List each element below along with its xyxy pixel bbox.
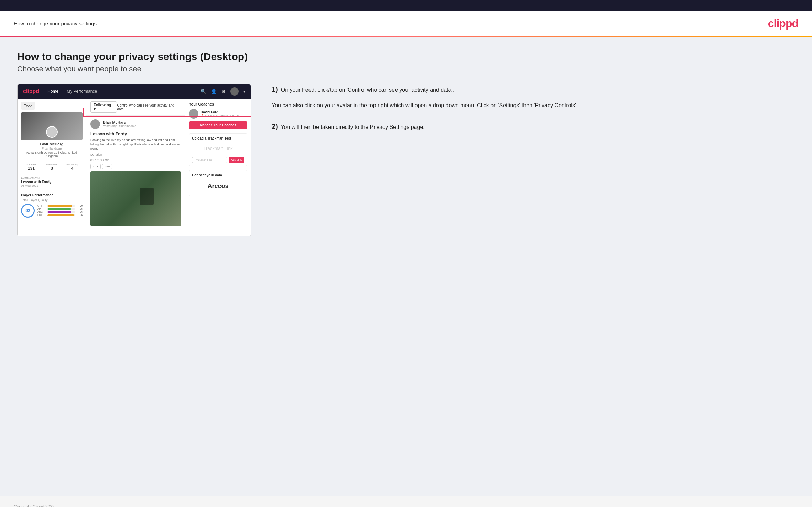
mock-nav-performance[interactable]: My Performance (67, 89, 97, 94)
mock-duration-label: Duration (90, 153, 181, 156)
mock-post-date: Yesterday · Sunningdale (103, 124, 136, 128)
latest-activity-title: Lesson with Fordy (21, 180, 83, 184)
mock-nav-home[interactable]: Home (47, 89, 58, 94)
trackman-title: Upload a Trackman Test (192, 136, 244, 140)
chevron-icon[interactable]: ▾ (243, 90, 245, 93)
quality-layout: 92 OTT 90 APP (21, 204, 83, 218)
trackman-input[interactable]: Trackman Link (192, 157, 227, 163)
mock-following-btn[interactable]: Following ▾ (90, 101, 117, 113)
bar-putt-track (47, 214, 75, 216)
followers-label: Followers (42, 163, 62, 166)
bar-putt: PUTT 96 (37, 214, 83, 216)
player-perf-title: Player Performance (21, 193, 83, 197)
search-icon[interactable]: 🔍 (200, 89, 206, 94)
activities-value: 131 (21, 166, 42, 171)
page-subtitle: Choose what you want people to see (17, 65, 795, 74)
mock-center-panel: Following ▾ Control who can see your act… (86, 99, 185, 236)
instruction-1-extra: You can also click on your avatar in the… (272, 101, 795, 110)
mock-stat-following: Following 4 (62, 163, 83, 171)
bar-arg: ARG 86 (37, 211, 83, 213)
mock-stat-followers: Followers 3 (42, 163, 62, 171)
trackman-placeholder: Trackman Link (192, 142, 244, 154)
mock-post-title: Lesson with Fordy (90, 132, 181, 136)
mock-tags: OTT APP (90, 164, 181, 169)
latest-activity-label: Latest Activity (21, 176, 83, 179)
bar-arg-val: 86 (76, 211, 83, 213)
bar-app-fill (47, 208, 71, 210)
footer: Copyright Clippd 2022 (0, 496, 812, 507)
instruction-1-number: 1) (272, 86, 278, 93)
bar-putt-label: PUTT (37, 214, 46, 216)
bar-putt-fill (47, 214, 74, 216)
activities-label: Activities (21, 163, 42, 166)
mock-avatar[interactable] (230, 87, 239, 96)
page-title: How to change your privacy settings (Des… (17, 51, 795, 63)
mock-tag-ott: OTT (90, 164, 101, 169)
mock-navbar: clippd Home My Performance 🔍 👤 ⊕ ▾ (18, 84, 251, 99)
following-value: 4 (62, 166, 83, 171)
bar-app-track (47, 208, 75, 210)
mock-right-panel: Your Coaches David Ford 📍 Royal North De… (185, 99, 251, 236)
coaches-section-title: Your Coaches (189, 102, 247, 106)
mock-post-author-info: Blair McHarg Yesterday · Sunningdale (103, 120, 136, 128)
mock-tag-app: APP (102, 164, 112, 169)
mock-connect-section: Connect your data Arccos (189, 170, 247, 196)
bar-ott: OTT 90 (37, 205, 83, 207)
coach-club: 📍 Royal North Devon Golf Club (201, 114, 240, 117)
arccos-brand: Arccos (192, 179, 244, 193)
mock-player-performance: Player Performance Total Player Quality … (21, 190, 83, 218)
mock-post: Blair McHarg Yesterday · Sunningdale Les… (86, 116, 185, 230)
instruction-1-body: On your Feed, click/tap on 'Control who … (281, 87, 454, 93)
top-bar (0, 0, 812, 11)
mock-post-avatar (90, 119, 100, 129)
bar-arg-label: ARG (37, 211, 46, 213)
quality-bars: OTT 90 APP (37, 205, 83, 217)
bar-ott-track (47, 205, 75, 207)
mock-profile-name: Blair McHarg (21, 142, 83, 146)
bar-arg-fill (47, 211, 71, 213)
coach-name: David Ford (201, 110, 240, 114)
mock-left-panel: Feed Blair McHarg Plus Handicap Royal No… (18, 99, 86, 236)
instruction-2: 2) You will then be taken directly to th… (272, 121, 795, 132)
mock-nav-right: 🔍 👤 ⊕ ▾ (200, 87, 245, 96)
bar-app-label: APP (37, 208, 46, 210)
mock-duration-value: 01 hr : 30 min (90, 158, 181, 162)
content-layout: clippd Home My Performance 🔍 👤 ⊕ ▾ Feed (17, 84, 795, 236)
mock-profile-club: Royal North Devon Golf Club, United King… (21, 151, 83, 158)
connect-title: Connect your data (192, 173, 244, 177)
bar-ott-fill (47, 205, 72, 207)
mock-body: Feed Blair McHarg Plus Handicap Royal No… (18, 99, 251, 236)
player-quality-label: Total Player Quality (21, 198, 83, 202)
bar-ott-label: OTT (37, 205, 46, 207)
copyright: Copyright Clippd 2022 (14, 504, 55, 507)
mock-control-link[interactable]: Control who can see your activity and da… (117, 103, 181, 111)
instructions-panel: 1) On your Feed, click/tap on 'Control w… (265, 84, 795, 143)
coach-info: David Ford 📍 Royal North Devon Golf Club (201, 110, 240, 117)
app-mockup: clippd Home My Performance 🔍 👤 ⊕ ▾ Feed (17, 84, 251, 236)
mock-profile-image (21, 112, 83, 140)
bar-app-val: 85 (76, 208, 83, 210)
bar-putt-val: 96 (76, 214, 83, 216)
add-link-btn[interactable]: Add Link (229, 157, 244, 163)
breadcrumb: How to change your privacy settings (14, 21, 97, 26)
instruction-2-text: 2) You will then be taken directly to th… (272, 121, 795, 132)
main-content: How to change your privacy settings (Des… (0, 37, 812, 496)
header: How to change your privacy settings clip… (0, 11, 812, 36)
mock-feed-tab[interactable]: Feed (21, 102, 35, 110)
mock-coaches-section: Your Coaches David Ford 📍 Royal North De… (189, 102, 247, 129)
mock-post-desc: Looking to feel like my hands are exitin… (90, 138, 181, 151)
mock-profile-handicap: Plus Handicap (21, 147, 83, 150)
instruction-2-number: 2) (272, 123, 278, 130)
mock-post-header: Blair McHarg Yesterday · Sunningdale (90, 119, 181, 129)
mock-trackman-section: Upload a Trackman Test Trackman Link Tra… (189, 133, 247, 166)
manage-coaches-btn[interactable]: Manage Your Coaches (189, 121, 247, 129)
latest-activity-date: 03 Aug 2022 (21, 184, 83, 187)
user-icon[interactable]: 👤 (211, 89, 217, 94)
bar-app: APP 85 (37, 208, 83, 210)
mock-coach-item: David Ford 📍 Royal North Devon Golf Club (189, 109, 247, 119)
coach-club-text: Royal North Devon Golf Club (205, 114, 240, 117)
followers-value: 3 (42, 166, 62, 171)
mock-clippd-logo: clippd (23, 88, 39, 95)
bar-arg-track (47, 211, 75, 213)
plus-icon[interactable]: ⊕ (221, 89, 226, 94)
